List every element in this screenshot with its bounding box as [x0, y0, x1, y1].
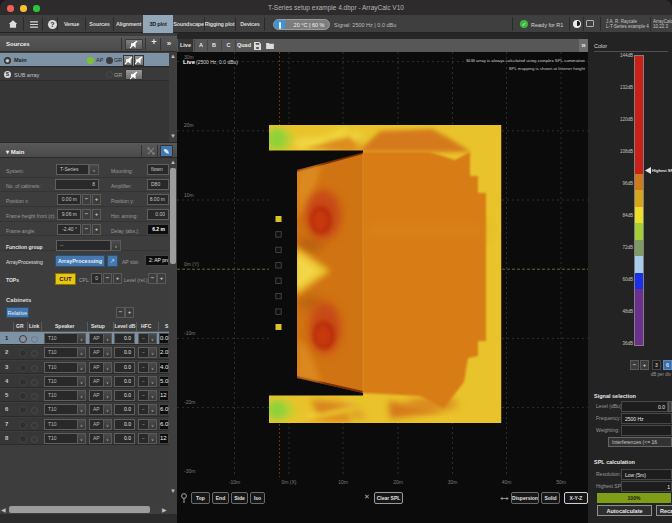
svg-text:-30m: -30m — [184, 468, 195, 474]
svg-text:40m: 40m — [502, 479, 512, 485]
svg-text:SPL mapping is shown at listen: SPL mapping is shown at listener height — [509, 66, 586, 71]
svg-text:-10m: -10m — [184, 330, 195, 336]
svg-text:30m: 30m — [448, 479, 458, 485]
svg-text:50m: 50m — [556, 479, 566, 485]
svg-text:20m: 20m — [184, 122, 194, 128]
svg-text:(2500 Hz, 0.0 dBu): (2500 Hz, 0.0 dBu) — [196, 59, 238, 65]
svg-text:10m: 10m — [338, 479, 348, 485]
svg-text:-10m: -10m — [229, 479, 240, 485]
svg-text:-20m: -20m — [184, 399, 195, 405]
svg-text:Live: Live — [183, 59, 196, 65]
svg-text:SUB array is always calculated: SUB array is always calculated using com… — [466, 58, 586, 63]
svg-text:0m (Y): 0m (Y) — [184, 261, 199, 267]
svg-text:10m: 10m — [184, 192, 194, 198]
svg-text:0m (X): 0m (X) — [282, 479, 297, 485]
svg-text:20m: 20m — [393, 479, 403, 485]
